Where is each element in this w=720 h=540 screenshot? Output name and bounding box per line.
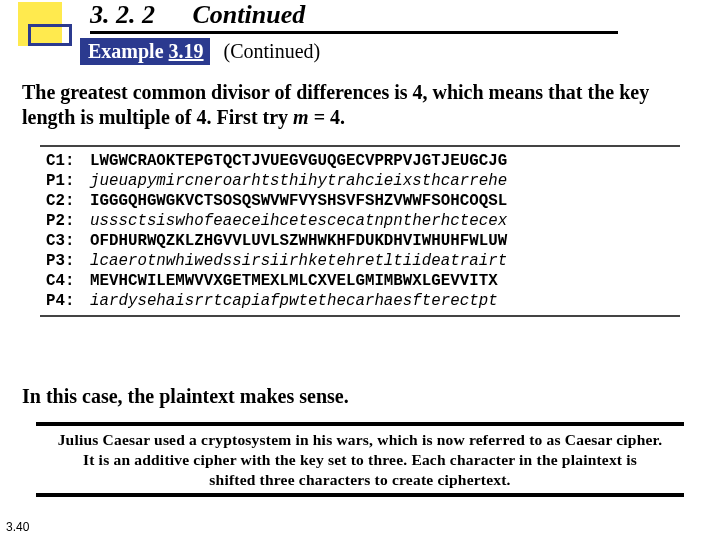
quote-line: shifted three characters to create ciphe…: [36, 470, 684, 490]
row-label: C2:: [46, 192, 90, 210]
row-value: iardysehaisrrtcapiafpwtethecarhaesfterec…: [90, 292, 498, 310]
example-row: Example 3.19 (Continued): [80, 38, 320, 65]
example-label: Example 3.19: [80, 38, 210, 65]
row-label: P3:: [46, 252, 90, 270]
row-label: C4:: [46, 272, 90, 290]
row-value: LWGWCRAOKTEPGTQCTJVUEGVGUQGECVPRPVJGTJEU…: [90, 152, 507, 170]
cipher-row: C3:OFDHURWQZKLZHGVVLUVLSZWHWKHFDUKDHVIWH…: [40, 231, 680, 251]
row-label: P4:: [46, 292, 90, 310]
cipher-row: C1:LWGWCRAOKTEPGTQCTJVUEGVGUQGECVPRPVJGT…: [40, 151, 680, 171]
caesar-quote: Julius Caesar used a cryptosystem in his…: [36, 430, 684, 489]
cipher-row: C2:IGGGQHGWGKVCTSOSQSWVWFVYSHSVFSHZVWWFS…: [40, 191, 680, 211]
row-label: C3:: [46, 232, 90, 250]
example-number: 3.19: [169, 40, 204, 62]
example-word: Example: [88, 40, 164, 62]
row-label: P1:: [46, 172, 90, 190]
conclusion-text: In this case, the plaintext makes sense.: [22, 385, 349, 408]
row-value: jueuapymircneroarhtsthihytrahcieixsthcar…: [90, 172, 507, 190]
row-value: OFDHURWQZKLZHGVVLUVLSZWHWKHFDUKDHVIWHUHF…: [90, 232, 507, 250]
intro-tail: = 4.: [309, 106, 345, 128]
row-label: P2:: [46, 212, 90, 230]
section-title: Continued: [193, 0, 306, 30]
section-header: 3. 2. 2 Continued: [90, 0, 618, 34]
cipher-row: C4:MEVHCWILEMWVVXGETMEXLMLCXVELGMIMBWXLG…: [40, 271, 680, 291]
cipher-row: P4:iardysehaisrrtcapiafpwtethecarhaesfte…: [40, 291, 680, 311]
quote-line: It is an additive cipher with the key se…: [36, 450, 684, 470]
row-label: C1:: [46, 152, 90, 170]
example-status: (Continued): [224, 40, 321, 63]
caesar-quote-box: Julius Caesar used a cryptosystem in his…: [36, 422, 684, 497]
row-value: usssctsiswhofeaeceihcetescecatnpntherhct…: [90, 212, 507, 230]
row-value: MEVHCWILEMWVVXGETMEXLMLCXVELGMIMBWXLGEVV…: [90, 272, 498, 290]
intro-variable-m: m: [293, 106, 309, 128]
cipher-row: P3:lcaerotnwhiwedssirsiirhketehretltiide…: [40, 251, 680, 271]
quote-line: Julius Caesar used a cryptosystem in his…: [36, 430, 684, 450]
cipher-table: C1:LWGWCRAOKTEPGTQCTJVUEGVGUQGECVPRPVJGT…: [40, 145, 680, 317]
page-number: 3.40: [6, 520, 29, 534]
cipher-row: P1:jueuapymircneroarhtsthihytrahcieixsth…: [40, 171, 680, 191]
cipher-row: P2:usssctsiswhofeaeceihcetescecatnpnther…: [40, 211, 680, 231]
intro-paragraph: The greatest common divisor of differenc…: [22, 80, 698, 130]
row-value: lcaerotnwhiwedssirsiirhketehretltiideatr…: [90, 252, 507, 270]
section-number: 3. 2. 2: [90, 0, 186, 30]
row-value: IGGGQHGWGKVCTSOSQSWVWFVYSHSVFSHZVWWFSOHC…: [90, 192, 507, 210]
slide-logo: [18, 2, 72, 56]
